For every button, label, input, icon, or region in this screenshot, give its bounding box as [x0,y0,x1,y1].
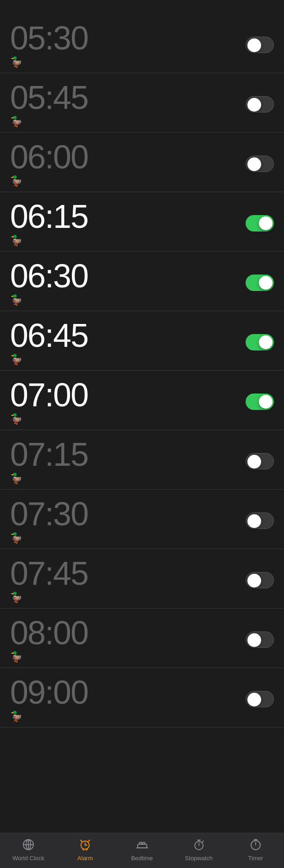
toggle-knob [247,633,261,647]
alarm-time: 07:00 [10,378,88,413]
app-header [0,0,284,14]
alarm-list: 05:30🦆05:45🦆06:00🦆06:15🦆06:30🦆06:45🦆07:0… [0,14,284,833]
toggle-knob [247,693,261,706]
svg-rect-13 [143,842,145,844]
world-clock-icon [22,838,35,853]
alarm-item[interactable]: 07:30🦆 [0,490,284,549]
alarm-toggle[interactable] [246,453,274,469]
alarm-item[interactable]: 05:30🦆 [0,14,284,73]
svg-line-8 [88,840,90,841]
tab-item-timer[interactable]: Timer [227,838,284,862]
alarm-emoji: 🦆 [10,532,88,544]
alarm-emoji: 🦆 [10,592,88,604]
alarm-emoji: 🦆 [10,354,88,366]
tab-item-bedtime[interactable]: Bedtime [113,838,170,862]
alarm-emoji: 🦆 [10,294,88,306]
alarm-toggle[interactable] [246,691,274,707]
toggle-knob [247,98,261,112]
alarm-item[interactable]: 07:45🦆 [0,549,284,609]
alarm-emoji: 🦆 [10,711,88,722]
toggle-knob [259,216,273,230]
alarm-toggle[interactable] [246,334,274,350]
alarm-time: 08:00 [10,616,88,651]
toggle-knob [259,276,273,290]
tab-item-alarm[interactable]: Alarm [57,838,113,862]
alarm-time: 05:45 [10,81,88,115]
alarm-item[interactable]: 06:30🦆 [0,252,284,311]
tab-item-stopwatch[interactable]: Stopwatch [171,838,227,862]
tab-label-bedtime: Bedtime [131,855,153,862]
alarm-item[interactable]: 07:00🦆 [0,371,284,430]
alarm-item[interactable]: 05:45🦆 [0,73,284,133]
alarm-toggle[interactable] [246,512,274,529]
tab-label-timer: Timer [248,855,263,862]
alarm-emoji: 🦆 [10,651,88,663]
alarm-icon [79,838,91,853]
alarm-emoji: 🦆 [10,413,88,425]
alarm-time: 06:00 [10,140,88,175]
alarm-item[interactable]: 07:15🦆 [0,430,284,490]
toggle-knob [259,335,273,349]
alarm-time: 07:30 [10,497,88,532]
alarm-time: 07:45 [10,556,88,591]
stopwatch-icon [193,838,205,853]
alarm-item[interactable]: 06:45🦆 [0,311,284,371]
alarm-item[interactable]: 06:00🦆 [0,133,284,192]
toggle-knob [247,514,261,528]
alarm-toggle[interactable] [246,37,274,53]
toggle-knob [247,38,261,52]
alarm-emoji: 🦆 [10,175,88,187]
alarm-toggle[interactable] [246,275,274,291]
alarm-toggle[interactable] [246,96,274,113]
alarm-time: 07:15 [10,437,88,472]
alarm-toggle[interactable] [246,215,274,232]
alarm-toggle[interactable] [246,631,274,648]
svg-rect-12 [139,842,142,844]
toggle-knob [247,455,261,469]
alarm-emoji: 🦆 [10,473,88,485]
svg-line-7 [80,840,82,841]
alarm-time: 06:30 [10,259,88,294]
tab-label-alarm: Alarm [77,855,93,862]
alarm-item[interactable]: 08:00🦆 [0,609,284,668]
alarm-toggle[interactable] [246,572,274,588]
alarm-emoji: 🦆 [10,116,88,128]
alarm-item[interactable]: 06:15🦆 [0,192,284,252]
tab-bar: World ClockAlarmBedtimeStopwatchTimer [0,833,284,868]
bedtime-icon [136,838,149,853]
alarm-time: 06:15 [10,199,88,234]
alarm-item[interactable]: 09:00🦆 [0,668,284,728]
toggle-knob [247,157,261,171]
alarm-time: 06:45 [10,318,88,353]
alarm-toggle[interactable] [246,394,274,410]
tab-item-world-clock[interactable]: World Clock [0,838,57,862]
toggle-knob [247,574,261,588]
alarm-time: 05:30 [10,21,88,56]
alarm-emoji: 🦆 [10,56,88,68]
svg-line-19 [203,841,204,842]
svg-rect-11 [138,844,147,848]
tab-label-world-clock: World Clock [12,855,44,862]
alarm-time: 09:00 [10,675,88,710]
alarm-emoji: 🦆 [10,235,88,247]
alarm-toggle[interactable] [246,156,274,172]
tab-label-stopwatch: Stopwatch [185,855,213,862]
timer-icon [249,838,262,853]
toggle-knob [259,395,273,409]
